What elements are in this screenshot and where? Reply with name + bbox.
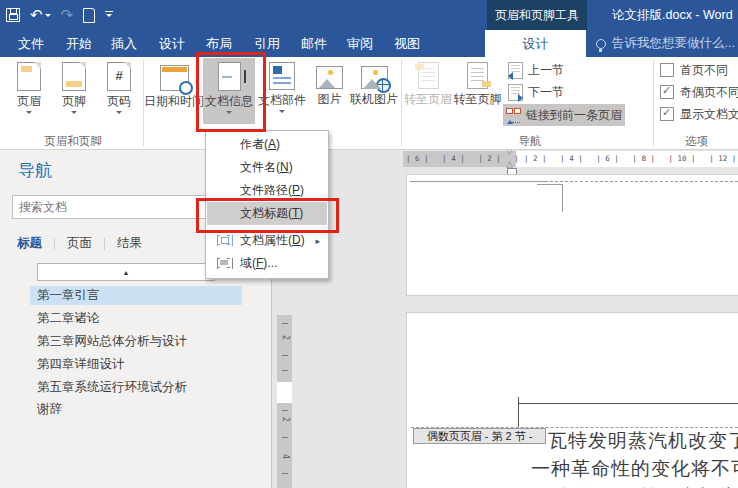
navtab-results[interactable]: 结果 <box>117 235 142 252</box>
vertical-ruler-number: 2 <box>281 333 290 343</box>
undo-dropdown-arrow-icon[interactable] <box>45 14 51 20</box>
heading-item-chapter5[interactable]: 第五章系统运行环境试分析 <box>30 378 242 397</box>
tell-me-label: 告诉我您想要做什么... <box>612 35 735 52</box>
undo-icon[interactable]: ↶ <box>30 8 43 22</box>
goto-footer-icon <box>467 62 488 89</box>
heading-item-acknowledgements[interactable]: 谢辞 <box>30 400 242 419</box>
horizontal-ruler[interactable]: | 6 | | 4 | | 2 | | | 2 | | 4 | | 6 | | … <box>403 151 738 167</box>
search-box[interactable] <box>12 195 230 219</box>
next-section-button[interactable]: 下一节 <box>505 82 567 102</box>
header-button[interactable]: 页眉 <box>8 58 50 128</box>
page-1[interactable] <box>407 175 738 295</box>
link-to-previous-button[interactable]: 链接到前一条页眉 <box>503 104 625 126</box>
document-editing-area: | 6 | | 4 | | 2 | | | 2 | | 4 | | 6 | | … <box>272 149 738 488</box>
menu-item-file-name[interactable]: 文件名(N) <box>207 156 327 179</box>
lightbulb-icon <box>596 39 606 49</box>
ribbon: 页眉 页脚 # 页码 页眉和页脚 日期和时间 文档信息 文档部件 <box>0 57 738 150</box>
hanging-indent-marker[interactable]: △ <box>506 160 513 168</box>
navigation-pane-title: 导航 <box>18 159 52 182</box>
tell-me-box[interactable]: 告诉我您想要做什么... <box>596 30 735 57</box>
tab-references[interactable]: 引用 <box>254 30 280 57</box>
new-document-icon[interactable] <box>83 8 95 23</box>
save-icon[interactable] <box>6 8 20 22</box>
navtab-headings[interactable]: 标题 <box>17 235 42 252</box>
navtab-pages[interactable]: 页面 <box>67 235 92 252</box>
online-pictures-button[interactable]: 联机图片 <box>349 58 399 128</box>
vertical-ruler[interactable]: 2 2 4 <box>277 315 292 488</box>
document-text-line[interactable]: 一种革命性的变化将不可避免地 <box>531 456 738 482</box>
dropdown-arrow-icon <box>116 111 122 117</box>
heading-item-chapter2[interactable]: 第二章诸论 <box>30 309 242 328</box>
tab-review[interactable]: 审阅 <box>347 30 373 57</box>
header-underline <box>518 403 738 404</box>
heading-item-chapter1[interactable]: 第一章引言 <box>30 286 242 305</box>
customize-quick-access-toolbar-icon[interactable] <box>105 11 113 20</box>
checkbox-icon[interactable] <box>660 63 674 77</box>
dropdown-arrow-icon <box>71 111 77 117</box>
vertical-ruler-number: 4 <box>281 452 290 462</box>
globe-icon <box>376 78 391 93</box>
tab-design[interactable]: 设计 <box>159 30 185 57</box>
page-number-button[interactable]: # 页码 <box>98 58 140 128</box>
next-section-icon <box>508 84 523 101</box>
document-property-icon <box>217 235 233 246</box>
collapse-headings-button[interactable]: ▲ <box>37 263 215 281</box>
word-application-window: ↶ ↷ 页眉和页脚工具 论文排版.docx - Word 文件 开始 插入 设计… <box>0 0 738 488</box>
margin-corner-mark <box>537 184 563 185</box>
pictures-button[interactable]: 图片 <box>311 58 348 128</box>
menu-item-file-path[interactable]: 文件路径(P) <box>207 179 327 202</box>
menu-item-document-property[interactable]: 文档属性(D) ▸ <box>207 229 327 252</box>
group-label-header-footer: 页眉和页脚 <box>3 134 143 149</box>
page-2[interactable]: 偶数页页眉 - 第 2 节 - 瓦特发明蒸汽机改变了人类 一种革命性的变化将不可… <box>407 313 738 488</box>
search-input[interactable] <box>13 196 229 218</box>
checkbox-checked-icon[interactable] <box>660 85 674 99</box>
checkbox-different-odd-even[interactable]: 奇偶页不同 <box>660 84 738 100</box>
date-time-icon <box>160 65 189 91</box>
tab-view[interactable]: 视图 <box>394 30 420 57</box>
tab-insert[interactable]: 插入 <box>111 30 137 57</box>
group-separator <box>401 60 402 146</box>
document-info-icon <box>218 62 241 91</box>
quick-parts-icon <box>269 62 295 90</box>
checkbox-checked-icon[interactable] <box>660 107 674 121</box>
title-bar: ↶ ↷ 页眉和页脚工具 论文排版.docx - Word <box>0 0 738 30</box>
ruler-numbers-left: | 6 | | 4 | | 2 | | <box>406 154 519 164</box>
quick-parts-button[interactable]: 文档部件 <box>256 58 308 128</box>
dropdown-arrow-icon <box>226 111 232 117</box>
document-text-line[interactable]: 瓦特发明蒸汽机改变了人类 <box>548 428 738 454</box>
group-label-navigation: 导航 <box>455 134 605 149</box>
left-indent-marker[interactable] <box>507 168 517 175</box>
footer-icon <box>62 62 86 91</box>
tab-mailings[interactable]: 邮件 <box>301 30 327 57</box>
header-tab-stop-line <box>518 397 519 427</box>
tab-divider <box>54 238 55 250</box>
tab-layout[interactable]: 布局 <box>206 30 232 57</box>
heading-item-chapter4[interactable]: 第四章详细设计 <box>30 355 242 374</box>
page-number-icon: # <box>107 62 131 91</box>
header-boundary-dashed-line <box>545 181 738 182</box>
margin-corner-mark <box>562 184 563 212</box>
tab-home[interactable]: 开始 <box>66 30 92 57</box>
pictures-icon <box>316 66 343 89</box>
document-info-button[interactable]: 文档信息 <box>203 58 255 124</box>
heading-item-chapter3[interactable]: 第三章网站总体分析与设计 <box>30 332 242 351</box>
quick-access-toolbar: ↶ ↷ <box>6 4 113 26</box>
menu-item-document-title[interactable]: 文档标题(T) <box>207 202 327 225</box>
footer-button[interactable]: 页脚 <box>53 58 95 128</box>
checkbox-different-first-page[interactable]: 首页不同 <box>660 62 728 78</box>
previous-section-button[interactable]: 上一节 <box>505 60 567 80</box>
collapse-icon: ▲ <box>123 269 130 276</box>
goto-header-icon <box>418 62 439 89</box>
tab-headerfooter-design-active[interactable]: 设计 <box>485 30 586 57</box>
checkbox-show-document-text[interactable]: 显示文档文字 <box>660 106 738 122</box>
previous-section-icon <box>508 62 523 79</box>
tab-file[interactable]: 文件 <box>18 30 44 57</box>
group-label-options: 选项 <box>655 134 738 149</box>
ribbon-tab-row: 文件 开始 插入 设计 布局 引用 邮件 审阅 视图 设计 告诉我您想要做什么.… <box>0 30 738 57</box>
menu-item-field[interactable]: 域(F)... <box>207 252 327 275</box>
menu-item-author[interactable]: 作者(A) <box>207 133 327 156</box>
date-time-button[interactable]: 日期和时间 <box>146 58 202 128</box>
goto-footer-button[interactable]: 转至页脚 <box>453 58 502 128</box>
document-text-line[interactable]: 年的，一份研究报告指出 <box>559 484 738 488</box>
goto-header-button: 转至页眉 <box>404 58 452 128</box>
